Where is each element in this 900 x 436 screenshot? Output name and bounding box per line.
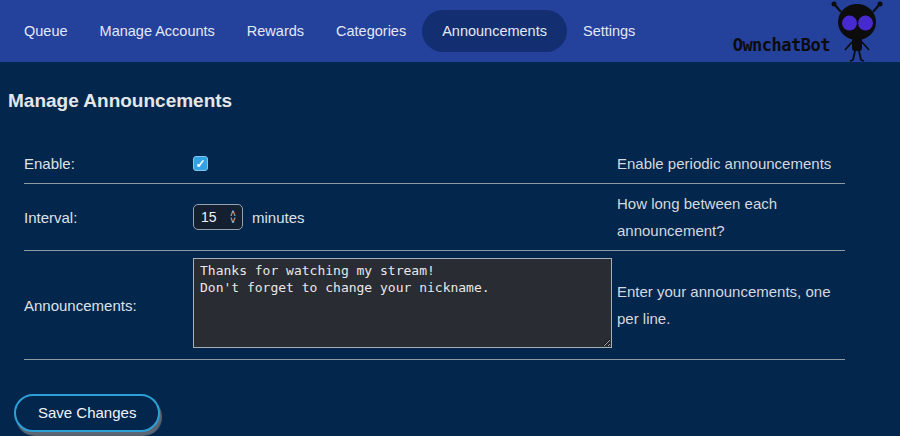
announcements-help-text: Enter your announcements, one per line.: [617, 278, 845, 332]
interval-stepper[interactable]: ˄ ˅: [224, 205, 242, 229]
enable-row: Enable: ✓ Enable periodic announcements: [24, 144, 845, 184]
stepper-down-icon[interactable]: ˅: [230, 217, 236, 224]
nav-item-rewards[interactable]: Rewards: [231, 12, 320, 50]
announcements-form: Enable: ✓ Enable periodic announcements …: [24, 144, 845, 360]
interval-row: Interval: ˄ ˅ minutes How long between e…: [24, 184, 845, 251]
save-changes-button[interactable]: Save Changes: [14, 394, 160, 432]
enable-label: Enable:: [24, 155, 193, 172]
interval-spinbox: ˄ ˅: [193, 204, 243, 230]
announcements-row: Announcements: Thanks for watching my st…: [24, 251, 845, 360]
checkmark-icon: ✓: [195, 158, 205, 170]
nav-item-announcements[interactable]: Announcements: [422, 10, 567, 52]
announcements-label: Announcements:: [24, 297, 193, 314]
enable-help-text: Enable periodic announcements: [617, 150, 845, 177]
robot-mascot-icon: [828, 0, 886, 62]
announcements-textarea[interactable]: Thanks for watching my stream! Don't for…: [193, 258, 612, 348]
navbar: Queue Manage Accounts Rewards Categories…: [0, 0, 900, 62]
interval-input[interactable]: [194, 205, 224, 229]
nav-item-categories[interactable]: Categories: [320, 12, 422, 50]
ownchatbot-logo: OwnchatBot: [733, 0, 886, 62]
page-title: Manage Announcements: [8, 90, 900, 112]
interval-unit-label: minutes: [252, 209, 305, 226]
logo-text: OwnchatBot: [733, 34, 830, 62]
interval-help-text: How long between each announcement?: [617, 190, 845, 244]
nav-item-queue[interactable]: Queue: [8, 12, 84, 50]
enable-checkbox[interactable]: ✓: [193, 156, 208, 171]
nav-item-settings[interactable]: Settings: [567, 12, 651, 50]
nav-item-manage-accounts[interactable]: Manage Accounts: [84, 12, 231, 50]
interval-label: Interval:: [24, 209, 193, 226]
